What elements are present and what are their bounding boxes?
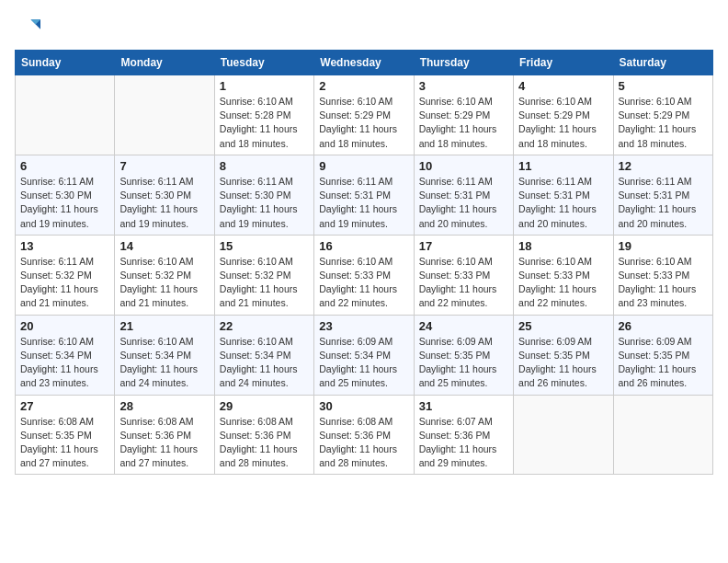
day-number: 22 — [220, 319, 309, 333]
day-number: 15 — [220, 239, 309, 253]
day-number: 24 — [419, 319, 508, 333]
day-number: 1 — [220, 79, 309, 93]
calendar-cell — [613, 395, 712, 475]
day-info: Sunrise: 6:08 AM Sunset: 5:36 PM Dayligh… — [220, 415, 309, 471]
weekday-header-friday: Friday — [514, 51, 613, 75]
day-info: Sunrise: 6:11 AM Sunset: 5:31 PM Dayligh… — [518, 175, 608, 231]
calendar-cell: 14Sunrise: 6:10 AM Sunset: 5:32 PM Dayli… — [115, 235, 214, 315]
day-number: 16 — [319, 239, 408, 253]
day-info: Sunrise: 6:11 AM Sunset: 5:30 PM Dayligh… — [119, 175, 209, 231]
day-number: 5 — [619, 79, 708, 93]
day-number: 18 — [518, 239, 608, 253]
day-number: 2 — [319, 79, 408, 93]
day-number: 30 — [319, 399, 408, 413]
day-number: 7 — [119, 159, 209, 173]
calendar-cell: 7Sunrise: 6:11 AM Sunset: 5:30 PM Daylig… — [115, 155, 214, 235]
calendar-cell: 11Sunrise: 6:11 AM Sunset: 5:31 PM Dayli… — [514, 155, 613, 235]
day-number: 11 — [518, 159, 608, 173]
day-info: Sunrise: 6:09 AM Sunset: 5:35 PM Dayligh… — [619, 335, 708, 391]
day-number: 28 — [119, 399, 209, 413]
calendar-cell: 29Sunrise: 6:08 AM Sunset: 5:36 PM Dayli… — [214, 395, 313, 475]
day-info: Sunrise: 6:09 AM Sunset: 5:35 PM Dayligh… — [419, 335, 508, 391]
day-number: 9 — [319, 159, 408, 173]
day-number: 29 — [220, 399, 309, 413]
calendar-cell — [16, 75, 115, 155]
day-number: 19 — [619, 239, 708, 253]
day-info: Sunrise: 6:10 AM Sunset: 5:29 PM Dayligh… — [518, 95, 608, 151]
calendar-cell: 16Sunrise: 6:10 AM Sunset: 5:33 PM Dayli… — [314, 235, 414, 315]
logo-icon — [15, 15, 40, 40]
weekday-header-row: SundayMondayTuesdayWednesdayThursdayFrid… — [16, 51, 713, 75]
day-info: Sunrise: 6:10 AM Sunset: 5:33 PM Dayligh… — [419, 255, 508, 311]
day-number: 3 — [419, 79, 508, 93]
calendar-cell: 12Sunrise: 6:11 AM Sunset: 5:31 PM Dayli… — [613, 155, 712, 235]
day-number: 14 — [119, 239, 209, 253]
day-info: Sunrise: 6:08 AM Sunset: 5:36 PM Dayligh… — [319, 415, 408, 471]
day-number: 10 — [419, 159, 508, 173]
calendar-cell — [115, 75, 214, 155]
calendar-cell: 23Sunrise: 6:09 AM Sunset: 5:34 PM Dayli… — [314, 315, 414, 395]
calendar-cell: 30Sunrise: 6:08 AM Sunset: 5:36 PM Dayli… — [314, 395, 414, 475]
day-number: 25 — [518, 319, 608, 333]
weekday-header-monday: Monday — [115, 51, 214, 75]
day-info: Sunrise: 6:11 AM Sunset: 5:30 PM Dayligh… — [220, 175, 309, 231]
calendar-cell: 2Sunrise: 6:10 AM Sunset: 5:29 PM Daylig… — [314, 75, 414, 155]
day-info: Sunrise: 6:09 AM Sunset: 5:34 PM Dayligh… — [319, 335, 408, 391]
calendar-cell: 10Sunrise: 6:11 AM Sunset: 5:31 PM Dayli… — [414, 155, 513, 235]
calendar-week-4: 20Sunrise: 6:10 AM Sunset: 5:34 PM Dayli… — [16, 315, 713, 395]
day-number: 27 — [20, 399, 109, 413]
day-info: Sunrise: 6:08 AM Sunset: 5:35 PM Dayligh… — [20, 415, 109, 471]
day-info: Sunrise: 6:11 AM Sunset: 5:32 PM Dayligh… — [20, 255, 109, 311]
calendar-cell: 9Sunrise: 6:11 AM Sunset: 5:31 PM Daylig… — [314, 155, 414, 235]
calendar-cell: 3Sunrise: 6:10 AM Sunset: 5:29 PM Daylig… — [414, 75, 513, 155]
calendar-cell: 15Sunrise: 6:10 AM Sunset: 5:32 PM Dayli… — [214, 235, 313, 315]
weekday-header-thursday: Thursday — [414, 51, 513, 75]
calendar-cell: 21Sunrise: 6:10 AM Sunset: 5:34 PM Dayli… — [115, 315, 214, 395]
calendar-cell: 28Sunrise: 6:08 AM Sunset: 5:36 PM Dayli… — [115, 395, 214, 475]
day-number: 6 — [20, 159, 109, 173]
calendar-cell: 4Sunrise: 6:10 AM Sunset: 5:29 PM Daylig… — [514, 75, 613, 155]
day-info: Sunrise: 6:11 AM Sunset: 5:31 PM Dayligh… — [319, 175, 408, 231]
day-info: Sunrise: 6:11 AM Sunset: 5:30 PM Dayligh… — [20, 175, 109, 231]
calendar-cell: 8Sunrise: 6:11 AM Sunset: 5:30 PM Daylig… — [214, 155, 313, 235]
calendar-cell: 22Sunrise: 6:10 AM Sunset: 5:34 PM Dayli… — [214, 315, 313, 395]
calendar-cell: 6Sunrise: 6:11 AM Sunset: 5:30 PM Daylig… — [16, 155, 115, 235]
calendar-cell: 25Sunrise: 6:09 AM Sunset: 5:35 PM Dayli… — [514, 315, 613, 395]
day-info: Sunrise: 6:10 AM Sunset: 5:33 PM Dayligh… — [319, 255, 408, 311]
weekday-header-wednesday: Wednesday — [314, 51, 414, 75]
page-header — [15, 15, 713, 40]
day-info: Sunrise: 6:10 AM Sunset: 5:29 PM Dayligh… — [419, 95, 508, 151]
calendar-week-5: 27Sunrise: 6:08 AM Sunset: 5:35 PM Dayli… — [16, 395, 713, 475]
day-info: Sunrise: 6:10 AM Sunset: 5:32 PM Dayligh… — [119, 255, 209, 311]
day-number: 23 — [319, 319, 408, 333]
svg-rect-0 — [15, 15, 40, 40]
day-info: Sunrise: 6:08 AM Sunset: 5:36 PM Dayligh… — [119, 415, 209, 471]
day-info: Sunrise: 6:11 AM Sunset: 5:31 PM Dayligh… — [619, 175, 708, 231]
day-info: Sunrise: 6:10 AM Sunset: 5:34 PM Dayligh… — [220, 335, 309, 391]
day-number: 13 — [20, 239, 109, 253]
weekday-header-sunday: Sunday — [16, 51, 115, 75]
day-info: Sunrise: 6:11 AM Sunset: 5:31 PM Dayligh… — [419, 175, 508, 231]
calendar-cell: 27Sunrise: 6:08 AM Sunset: 5:35 PM Dayli… — [16, 395, 115, 475]
day-number: 21 — [119, 319, 209, 333]
day-info: Sunrise: 6:09 AM Sunset: 5:35 PM Dayligh… — [518, 335, 608, 391]
day-number: 31 — [419, 399, 508, 413]
day-info: Sunrise: 6:07 AM Sunset: 5:36 PM Dayligh… — [419, 415, 508, 471]
logo — [15, 15, 44, 40]
day-info: Sunrise: 6:10 AM Sunset: 5:32 PM Dayligh… — [220, 255, 309, 311]
calendar-week-1: 1Sunrise: 6:10 AM Sunset: 5:28 PM Daylig… — [16, 75, 713, 155]
day-number: 17 — [419, 239, 508, 253]
day-number: 8 — [220, 159, 309, 173]
weekday-header-tuesday: Tuesday — [214, 51, 313, 75]
day-info: Sunrise: 6:10 AM Sunset: 5:29 PM Dayligh… — [319, 95, 408, 151]
calendar-cell: 24Sunrise: 6:09 AM Sunset: 5:35 PM Dayli… — [414, 315, 513, 395]
day-info: Sunrise: 6:10 AM Sunset: 5:33 PM Dayligh… — [619, 255, 708, 311]
calendar-table: SundayMondayTuesdayWednesdayThursdayFrid… — [15, 50, 713, 475]
calendar-week-3: 13Sunrise: 6:11 AM Sunset: 5:32 PM Dayli… — [16, 235, 713, 315]
day-info: Sunrise: 6:10 AM Sunset: 5:34 PM Dayligh… — [119, 335, 209, 391]
calendar-cell: 5Sunrise: 6:10 AM Sunset: 5:29 PM Daylig… — [613, 75, 712, 155]
day-info: Sunrise: 6:10 AM Sunset: 5:28 PM Dayligh… — [220, 95, 309, 151]
calendar-cell: 13Sunrise: 6:11 AM Sunset: 5:32 PM Dayli… — [16, 235, 115, 315]
calendar-cell: 31Sunrise: 6:07 AM Sunset: 5:36 PM Dayli… — [414, 395, 513, 475]
calendar-cell: 17Sunrise: 6:10 AM Sunset: 5:33 PM Dayli… — [414, 235, 513, 315]
